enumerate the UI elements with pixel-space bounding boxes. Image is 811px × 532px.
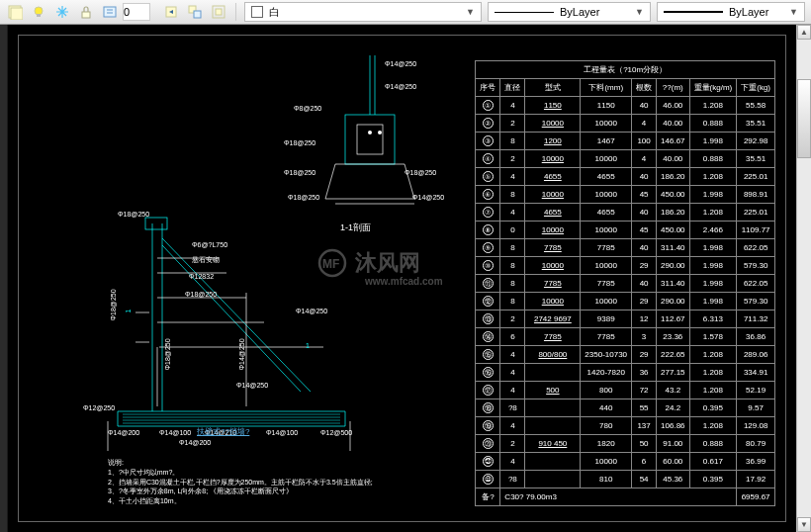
quantity-table: 工程量表（?10m分段） 序号直径 型式下料(mm) 根数??(m) 重量(kg…	[475, 60, 775, 506]
table-row: ⑤44655465540186.201.208225.01	[476, 168, 775, 186]
weight-sample-icon	[664, 11, 723, 13]
table-row: ④21000010000440.000.88835.51	[476, 150, 775, 168]
svg-point-18	[368, 131, 372, 134]
table-row: ②21000010000440.000.88835.51	[476, 115, 775, 133]
rebar-callout: Φ6@?L750	[192, 241, 227, 248]
dim-callout: 1	[125, 310, 132, 313]
table-row: ③812001467100146.671.998292.98	[476, 133, 775, 150]
dim-callout: 1	[306, 342, 310, 349]
table-row: ⑥8100001000045450.001.998898.91	[476, 186, 775, 204]
layer-previous-icon[interactable]	[160, 2, 182, 22]
table-row: ⑮4800/8002350-1073029222.651.208289.06	[476, 346, 775, 364]
rebar-callout: Φ14@100	[266, 429, 298, 436]
svg-line-24	[162, 245, 301, 392]
rebar-callout: Φ18@250	[288, 194, 319, 201]
elevation-view: Φ18@250 Φ6@?L750 悬石安砌 Φ12832 Φ18@250 1 Φ…	[88, 214, 365, 481]
color-swatch-icon	[251, 6, 263, 18]
table-row: ⑲4780137106.861.208129.08	[476, 417, 775, 435]
rebar-callout: Φ18@250	[185, 291, 217, 298]
color-dropdown[interactable]: 白 ▼	[244, 2, 482, 22]
lightbulb-icon[interactable]	[28, 2, 49, 22]
separator	[235, 3, 236, 21]
layer-input[interactable]	[123, 3, 150, 21]
scroll-thumb[interactable]	[797, 79, 811, 158]
table-row: ⑬22742 9697938912112.676.313711.32	[476, 310, 775, 328]
chevron-down-icon: ▼	[635, 7, 644, 17]
svg-rect-4	[82, 12, 90, 18]
svg-rect-12	[216, 9, 222, 15]
drawing-canvas[interactable]: Φ14@250 Φ14@250 Φ8@250 Φ18@250 Φ18@250 Φ…	[8, 25, 796, 532]
table-row: ⑧0100001000045450.002.4661109.77	[476, 222, 775, 239]
rebar-callout: Φ18@250	[284, 139, 315, 146]
layer-states-icon[interactable]	[99, 2, 121, 22]
table-row: ⑱?84405524.20.3959.57	[476, 399, 775, 417]
note-line: 2、挡墙采用C30混凝土干栏,干栏挡?厚度为250mm。主筋干栏防不水于3.5倍…	[108, 478, 373, 488]
svg-rect-14	[357, 125, 383, 154]
color-label: 白	[269, 5, 280, 20]
note-line: 4、干土小挡距离10m。	[108, 496, 373, 506]
table-footer-row: 备? C30? 79.00m3 6959.67	[476, 488, 775, 506]
rebar-callout: Φ18@250	[164, 338, 171, 370]
scroll-up-button[interactable]: ▲	[797, 25, 811, 40]
rebar-callout: Φ18@250	[284, 169, 315, 176]
rebar-callout: Φ14@250	[412, 194, 444, 201]
table-row: ⑯41420-782036277.151.208334.91	[476, 364, 775, 382]
rebar-callout: Φ14@250	[238, 338, 245, 370]
note-line: 1、?中尺寸均以mm?。	[108, 468, 373, 478]
svg-rect-22	[145, 218, 167, 229]
table-row: ⑨87785778540311.401.998622.05	[476, 239, 775, 257]
table-row: ⑳2910 45018205091.000.88880.79	[476, 435, 775, 453]
rebar-callout: Φ14@250	[236, 382, 268, 389]
vertical-scrollbar[interactable]: ▲ ▼	[796, 25, 811, 532]
layer-match-icon[interactable]	[184, 2, 206, 22]
lineweight-dropdown[interactable]: ByLayer ▼	[657, 2, 805, 22]
watermark-url: www.mfcad.com	[365, 276, 443, 287]
rebar-callout: Φ18@250	[405, 169, 436, 176]
table-title: 工程量表（?10m分段）	[476, 61, 775, 79]
rebar-callout: Φ18@250	[118, 211, 149, 218]
layer-isolate-icon[interactable]	[208, 2, 229, 22]
lineweight-label: ByLayer	[729, 6, 768, 18]
svg-rect-1	[11, 8, 23, 20]
rebar-callout: Φ12832	[189, 273, 214, 280]
layer-manager-icon[interactable]	[4, 2, 26, 22]
rebar-callout: Φ14@100	[159, 429, 191, 436]
linetype-label: ByLayer	[560, 6, 599, 18]
table-header-row: 序号直径 型式下料(mm) 根数??(m) 重量(kg/m)下重(kg)	[476, 79, 775, 97]
table-row: ⑪87785778540311.401.998622.05	[476, 275, 775, 293]
scroll-track[interactable]	[797, 40, 811, 517]
rebar-callout: Φ14@250	[385, 83, 416, 90]
line-sample-icon	[495, 12, 554, 13]
rebar-callout: Φ14@200	[179, 439, 211, 446]
svg-line-23	[162, 238, 311, 392]
linetype-dropdown[interactable]: ByLayer ▼	[488, 2, 651, 22]
svg-rect-10	[194, 11, 201, 18]
svg-point-2	[35, 7, 43, 15]
svg-rect-5	[104, 7, 116, 17]
table-row: ㉑410000660.000.61736.99	[476, 453, 775, 471]
scroll-down-button[interactable]: ▼	[797, 517, 811, 532]
left-panel[interactable]	[0, 25, 8, 532]
freeze-icon[interactable]	[51, 2, 73, 22]
rebar-callout: Φ12@500	[320, 429, 352, 436]
rebar-callout: Φ14@200	[108, 429, 139, 436]
plan-caption: 扶壁式??挡墙?	[197, 426, 249, 437]
table-row: ①4115011504046.001.20855.58	[476, 97, 775, 115]
notes-title: 说明:	[108, 458, 373, 468]
main-toolbar: 白 ▼ ByLayer ▼ ByLayer ▼	[0, 0, 811, 25]
rebar-callout: Φ14@250	[296, 308, 327, 314]
rebar-callout: Φ12@250	[83, 404, 115, 411]
svg-rect-13	[345, 115, 395, 164]
chevron-down-icon: ▼	[789, 7, 798, 17]
lock-icon[interactable]	[75, 2, 97, 22]
note-line: 3、?冬季室外万余8m, L向外余8; 《用浇冻冻干栏断面尺寸》	[108, 487, 373, 496]
workspace: Φ14@250 Φ14@250 Φ8@250 Φ18@250 Φ18@250 Φ…	[0, 25, 811, 532]
table-row: ㉒?88105445.360.39517.92	[476, 471, 775, 488]
table-row: ⑦44655465540186.201.208225.01	[476, 204, 775, 222]
rebar-callout: 悬石安砌	[192, 255, 220, 265]
rebar-callout: Φ18@250	[110, 289, 117, 320]
drawing-notes: 说明: 1、?中尺寸均以mm?。 2、挡墙采用C30混凝土干栏,干栏挡?厚度为2…	[108, 458, 373, 506]
chevron-down-icon: ▼	[466, 7, 475, 17]
table-row: ⑩8100001000029290.001.998579.30	[476, 257, 775, 275]
rebar-callout: Φ14@250	[385, 60, 416, 67]
